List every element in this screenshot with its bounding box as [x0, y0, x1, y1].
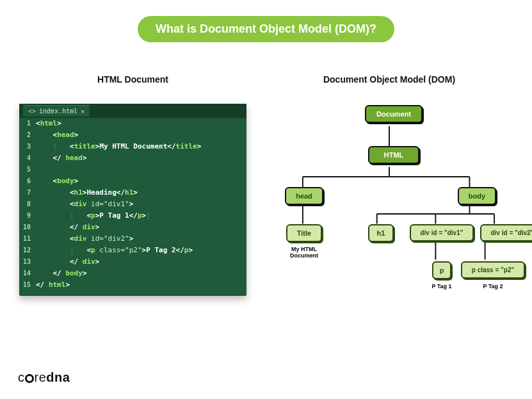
- right-column-header: Document Object Model (DOM): [266, 74, 513, 85]
- two-column-layout: HTML Document <> index.html ✕ 1<html>2 <…: [19, 74, 513, 322]
- code-line: 11 <div id="div2">: [19, 233, 246, 245]
- code-content: <head>: [36, 129, 78, 141]
- node-html: HTML: [368, 146, 419, 164]
- code-content: </ body>: [36, 268, 87, 279]
- node-h1: h1: [368, 224, 394, 242]
- code-line: 14 </ body>: [19, 268, 246, 279]
- dom-tree-column: Document Object Model (DOM): [266, 74, 513, 322]
- node-p: p: [432, 261, 451, 279]
- line-number: 9: [19, 210, 36, 222]
- code-content: <h1>Heading</h1>: [36, 187, 138, 199]
- line-number: 13: [19, 256, 36, 268]
- caption-ptag1: P Tag 1: [426, 283, 458, 289]
- code-line: 10 </ div>: [19, 222, 246, 233]
- code-line: 6 <body>: [19, 175, 246, 187]
- code-content: | <p class="p2">P Tag 2</p>: [36, 245, 193, 256]
- code-line: 9 | <p>P Tag 1</p>|: [19, 210, 246, 222]
- code-line: 13 </ div>: [19, 256, 246, 268]
- brand-logo: cre dna: [18, 370, 70, 385]
- code-content: <body>: [36, 175, 78, 187]
- code-content: <div id="div2">: [36, 233, 133, 245]
- code-body: 1<html>2 <head>3 | <title>My HTML Docume…: [19, 118, 246, 291]
- line-number: 12: [19, 245, 36, 256]
- node-document: Document: [365, 105, 423, 123]
- logo-text-pre: c: [18, 370, 25, 385]
- line-number: 8: [19, 199, 36, 210]
- node-title: Title: [286, 224, 322, 242]
- code-content: </ head>: [36, 152, 87, 164]
- code-line: 5: [19, 164, 246, 175]
- code-line: 2 <head>: [19, 129, 246, 141]
- code-icon: <>: [28, 108, 36, 115]
- node-head: head: [285, 187, 323, 205]
- code-content: </ html>: [36, 279, 70, 291]
- code-content: </ div>: [36, 256, 99, 268]
- left-column-header: HTML Document: [19, 74, 246, 85]
- line-number: 2: [19, 129, 36, 141]
- code-content: </ div>: [36, 222, 99, 233]
- node-body: body: [458, 187, 496, 205]
- node-div2: div id = "div2": [480, 224, 532, 241]
- close-icon: ✕: [81, 108, 85, 115]
- code-content: <html>: [36, 118, 61, 129]
- code-line: 8 <div id="div1">: [19, 199, 246, 210]
- code-editor: <> index.html ✕ 1<html>2 <head>3 | <titl…: [19, 104, 246, 296]
- code-line: 1<html>: [19, 118, 246, 129]
- line-number: 15: [19, 279, 36, 291]
- logo-ring-icon: [25, 374, 34, 383]
- node-p2: p class = "p2": [461, 261, 525, 279]
- caption-ptag2: P Tag 2: [477, 283, 509, 289]
- page-title-pill: What is Document Object Model (DOM)?: [138, 16, 394, 42]
- line-number: 1: [19, 118, 36, 129]
- line-number: 4: [19, 152, 36, 164]
- line-number: 5: [19, 164, 36, 175]
- html-document-column: HTML Document <> index.html ✕ 1<html>2 <…: [19, 74, 246, 296]
- line-number: 10: [19, 222, 36, 233]
- caption-title-text: My HTML Document: [277, 246, 331, 259]
- dom-tree: Document HTML head body Title My HTML Do…: [266, 104, 513, 322]
- node-div1: div id = "div1": [410, 224, 474, 241]
- code-line: 4 </ head>: [19, 152, 246, 164]
- code-line: 7 <h1>Heading</h1>: [19, 187, 246, 199]
- code-content: | <title>My HTML Document</title>: [36, 141, 201, 152]
- editor-tab: <> index.html ✕: [23, 105, 90, 117]
- logo-text-bold: dna: [46, 370, 70, 385]
- code-line: 3 | <title>My HTML Document</title>: [19, 141, 246, 152]
- logo-text-post: re: [35, 370, 47, 385]
- code-content: | <p>P Tag 1</p>|: [36, 210, 150, 222]
- code-content: <div id="div1">: [36, 199, 133, 210]
- line-number: 14: [19, 268, 36, 279]
- line-number: 7: [19, 187, 36, 199]
- tree-connectors: [266, 104, 513, 322]
- code-line: 15</ html>: [19, 279, 246, 291]
- line-number: 3: [19, 141, 36, 152]
- line-number: 6: [19, 175, 36, 187]
- editor-tabbar: <> index.html ✕: [19, 104, 246, 118]
- code-line: 12 | <p class="p2">P Tag 2</p>: [19, 245, 246, 256]
- editor-filename: index.html: [39, 108, 77, 115]
- line-number: 11: [19, 233, 36, 245]
